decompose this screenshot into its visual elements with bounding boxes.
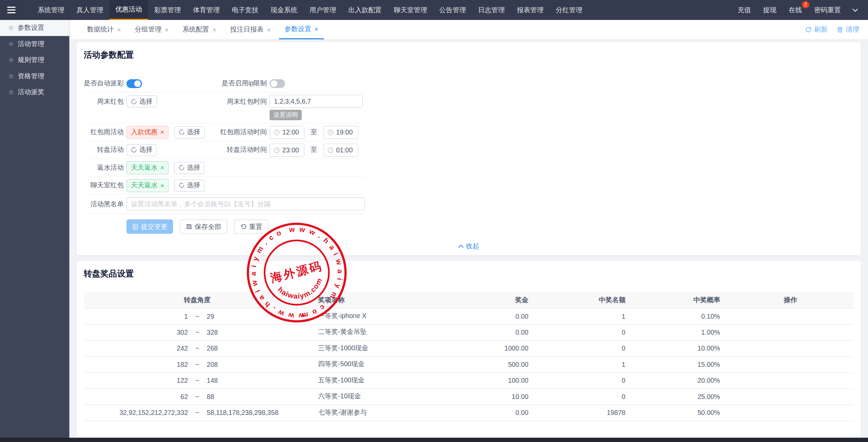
setting-note-button[interactable]: 设置说明 xyxy=(270,110,302,120)
time-value: 23:00 xyxy=(282,146,299,154)
sidebar-item-activity-payout[interactable]: ☆ 活动派奖 xyxy=(0,84,69,100)
tab-close-icon[interactable]: × xyxy=(213,26,216,34)
tilde: ~ xyxy=(188,377,207,384)
star-icon: ☆ xyxy=(8,24,14,31)
tag-close-icon[interactable]: × xyxy=(160,164,164,171)
nav-item-announcement-manage[interactable]: 公告管理 xyxy=(433,0,472,20)
nav-item-lottery-manage[interactable]: 彩票管理 xyxy=(148,0,187,20)
page-title: 活动参数配置 xyxy=(77,42,861,60)
refresh-button[interactable]: 刷新 xyxy=(805,25,828,35)
prize-bonus: 0.00 xyxy=(440,308,536,324)
clock-icon xyxy=(273,147,280,153)
nav-item-chatroom-manage[interactable]: 聊天室管理 xyxy=(388,0,433,20)
nav-item-live-manage[interactable]: 真人管理 xyxy=(71,0,110,20)
nav-item-dividend-manage[interactable]: 分红管理 xyxy=(550,0,589,20)
prize-quota: 0 xyxy=(536,388,633,404)
nav-item-system-manage[interactable]: 系统管理 xyxy=(32,0,71,20)
nav-item-log-manage[interactable]: 日志管理 xyxy=(472,0,511,20)
collapse-link[interactable]: 收起 xyxy=(458,241,479,251)
prize-quota: 1 xyxy=(536,308,633,324)
sidebar-item-activity-manage[interactable]: ☆ 活动管理 xyxy=(0,36,69,52)
tab-close-icon[interactable]: × xyxy=(117,26,121,34)
wheel-prize-card: 转盘奖品设置 转盘角度 奖项名称 奖金 中奖名额 中奖概率 操作 xyxy=(77,261,861,442)
clock-icon xyxy=(327,129,334,135)
online-label: 在线 xyxy=(789,5,802,15)
reset-label: 重置 xyxy=(249,222,262,231)
red-rain-select-button[interactable]: 选择 xyxy=(174,126,205,138)
weekend-select-button[interactable]: 选择 xyxy=(126,95,157,107)
chat-red-select-button[interactable]: 选择 xyxy=(174,179,205,191)
prize-bonus: 0.00 xyxy=(440,404,536,420)
submit-changes-button[interactable]: 提交变更 xyxy=(126,219,173,234)
star-icon: ☆ xyxy=(8,57,14,64)
header-angle: 转盘角度 xyxy=(84,292,311,308)
red-rain-end-time[interactable]: 19:00 xyxy=(323,126,358,139)
nav-online-button[interactable]: 在线 2 xyxy=(783,0,808,20)
table-row: 242~268 三等奖-1000现金 1000.00 0 10.00% xyxy=(84,340,853,356)
tab-close-icon[interactable]: × xyxy=(267,26,271,34)
row-action xyxy=(727,356,853,372)
row-action xyxy=(727,372,853,388)
row-action xyxy=(727,404,853,420)
nav-item-promo-activity[interactable]: 优惠活动 xyxy=(109,0,148,20)
clean-button[interactable]: 清理 xyxy=(836,25,859,35)
nav-item-cash-system[interactable]: 现金系统 xyxy=(264,0,303,20)
prize-bonus: 500.00 xyxy=(440,356,536,372)
angle-from: 302 xyxy=(91,328,188,336)
nav-withdraw-button[interactable]: 提现 xyxy=(757,0,783,20)
nav-item-user-manage[interactable]: 用户管理 xyxy=(303,0,342,20)
wheel-select-button[interactable]: 选择 xyxy=(126,144,157,156)
prize-name: 六等奖-10现金 xyxy=(311,388,440,404)
prize-name: 二等奖-黄金吊坠 xyxy=(311,324,440,340)
nav-item-esports[interactable]: 电子竞技 xyxy=(226,0,265,20)
rebate-select-button[interactable]: 选择 xyxy=(174,162,205,174)
sidebar-item-qualification-manage[interactable]: ☆ 资格管理 xyxy=(0,68,69,84)
save-all-button[interactable]: 保存全部 xyxy=(180,219,228,234)
tag-close-icon[interactable]: × xyxy=(160,128,164,136)
red-rain-start-time[interactable]: 12:00 xyxy=(270,126,304,139)
tab-bet-daily-report[interactable]: 投注日报表 × xyxy=(225,20,276,39)
sidebar-item-rule-manage[interactable]: ☆ 规则管理 xyxy=(0,52,69,68)
sidebar-item-label: 规则管理 xyxy=(18,56,44,65)
tab-system-config[interactable]: 系统配置 × xyxy=(177,20,222,39)
sidebar-toggle-button[interactable] xyxy=(0,0,32,20)
row-action xyxy=(727,388,853,404)
reset-button[interactable]: 重置 xyxy=(234,219,268,234)
tab-strip: 数据统计 × 分组管理 × 系统配置 × 投注日报表 × 参数设置 × xyxy=(69,20,868,40)
nav-item-report-manage[interactable]: 报表管理 xyxy=(511,0,550,20)
weekend-time-input[interactable] xyxy=(270,95,363,108)
select-label: 选择 xyxy=(139,145,153,155)
form-row-chat-red: 聊天室红包 天天返水 × 选择 xyxy=(84,177,365,194)
user-dropdown-toggle[interactable] xyxy=(847,0,864,20)
nav-item-deposit-withdraw-config[interactable]: 出入款配置 xyxy=(342,0,388,20)
wheel-table-title: 转盘奖品设置 xyxy=(77,261,861,279)
wheel-start-time[interactable]: 23:00 xyxy=(270,143,304,156)
tab-close-icon[interactable]: × xyxy=(165,26,169,34)
wheel-end-time[interactable]: 01:00 xyxy=(323,143,358,156)
select-label: 选择 xyxy=(187,181,200,190)
table-row: 1~29 一等奖-iphone X 0.00 1 0.10% xyxy=(84,308,853,324)
auto-payout-toggle[interactable] xyxy=(126,79,142,88)
form-row-switches: 是否自动派彩 是否启用ip限制 xyxy=(84,75,365,92)
nav-item-sports-manage[interactable]: 体育管理 xyxy=(187,0,226,20)
tab-parameter-settings[interactable]: 参数设置 × xyxy=(279,20,324,39)
auto-pay-label: 是否自动派彩 xyxy=(84,79,124,88)
tag-close-icon[interactable]: × xyxy=(160,182,164,189)
tag-label: 天天返水 xyxy=(131,181,158,190)
prize-name: 三等奖-1000现金 xyxy=(311,340,440,356)
angle-from: 122 xyxy=(91,377,188,384)
angle-from: 32,92,152,212,272,332 xyxy=(91,408,188,416)
nav-password-reset-button[interactable]: 密码重置 xyxy=(808,0,847,20)
angle-to: 328 xyxy=(207,328,304,336)
angle-to: 148 xyxy=(207,377,304,384)
tab-data-stats[interactable]: 数据统计 × xyxy=(81,20,126,39)
prize-bonus: 1000.00 xyxy=(440,340,536,356)
red-rain-tag: 入款优惠 × xyxy=(126,126,169,139)
sidebar-item-parameter-settings[interactable]: ☆ 参数设置 xyxy=(0,20,69,36)
tab-group-manage[interactable]: 分组管理 × xyxy=(129,20,174,39)
nav-recharge-button[interactable]: 充值 xyxy=(732,0,757,20)
tab-close-icon[interactable]: × xyxy=(315,25,318,33)
table-row: 62~88 六等奖-10现金 10.00 0 25.00% xyxy=(84,388,853,404)
blacklist-input[interactable] xyxy=(126,197,365,210)
ip-limit-toggle[interactable] xyxy=(270,79,285,88)
